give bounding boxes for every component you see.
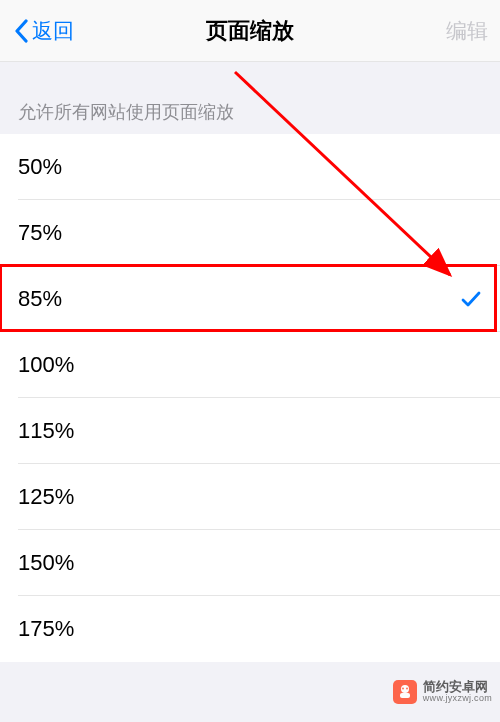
zoom-option-row[interactable]: 85% <box>0 266 500 332</box>
zoom-option-label: 125% <box>18 484 74 510</box>
watermark-logo-icon <box>393 680 417 704</box>
svg-point-2 <box>401 685 409 693</box>
chevron-left-icon <box>12 17 30 45</box>
zoom-option-list: 50%75%85%100%115%125%150%175% <box>0 134 500 662</box>
zoom-option-row[interactable]: 125% <box>0 464 500 530</box>
watermark-name: 简约安卓网 <box>423 680 492 694</box>
zoom-option-row[interactable]: 150% <box>0 530 500 596</box>
back-button[interactable]: 返回 <box>12 17 74 45</box>
zoom-option-row[interactable]: 175% <box>0 596 500 662</box>
zoom-option-row[interactable]: 100% <box>0 332 500 398</box>
zoom-option-row[interactable]: 75% <box>0 200 500 266</box>
zoom-option-row[interactable]: 50% <box>0 134 500 200</box>
checkmark-icon <box>460 288 482 310</box>
svg-point-4 <box>406 688 408 690</box>
zoom-option-label: 50% <box>18 154 62 180</box>
zoom-option-label: 100% <box>18 352 74 378</box>
svg-rect-5 <box>400 693 410 698</box>
watermark-url: www.jyxzwj.com <box>423 694 492 704</box>
zoom-option-label: 85% <box>18 286 62 312</box>
zoom-option-label: 75% <box>18 220 62 246</box>
zoom-option-label: 175% <box>18 616 74 642</box>
section-header: 允许所有网站使用页面缩放 <box>0 62 500 134</box>
svg-point-3 <box>402 688 404 690</box>
watermark: 简约安卓网 www.jyxzwj.com <box>393 680 492 704</box>
page-title: 页面缩放 <box>206 16 294 46</box>
zoom-option-label: 150% <box>18 550 74 576</box>
back-label: 返回 <box>32 17 74 45</box>
zoom-option-row[interactable]: 115% <box>0 398 500 464</box>
header-bar: 返回 页面缩放 编辑 <box>0 0 500 62</box>
edit-button[interactable]: 编辑 <box>446 17 488 45</box>
zoom-option-label: 115% <box>18 418 74 444</box>
